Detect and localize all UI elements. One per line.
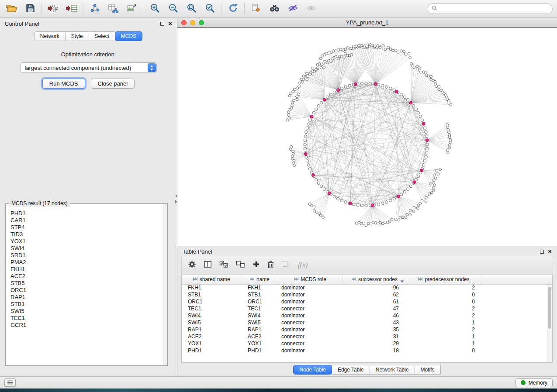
column-header-predecessor-nodes[interactable]: predecessor nodes xyxy=(407,275,481,284)
select-all-rows-button[interactable] xyxy=(219,261,228,269)
network-node[interactable] xyxy=(450,103,452,106)
network-node[interactable] xyxy=(291,155,294,158)
splitter-collapse-handle[interactable] xyxy=(174,194,178,205)
network-node[interactable] xyxy=(409,56,412,59)
network-node[interactable] xyxy=(350,53,353,56)
network-node[interactable] xyxy=(315,108,317,110)
network-node[interactable] xyxy=(377,223,379,225)
network-node[interactable] xyxy=(432,186,435,189)
network-node[interactable] xyxy=(313,210,316,212)
mcds-dominator-node[interactable] xyxy=(397,195,400,198)
clone-network-button[interactable] xyxy=(249,2,263,15)
network-node[interactable] xyxy=(430,191,433,194)
add-row-button[interactable] xyxy=(253,261,260,269)
network-node[interactable] xyxy=(305,131,308,133)
tab-network[interactable]: Network xyxy=(34,31,66,41)
mcds-result-item[interactable]: CAR1 xyxy=(7,217,163,224)
result-list-scrollbar[interactable] xyxy=(163,204,167,365)
network-node[interactable] xyxy=(344,86,347,88)
network-node[interactable] xyxy=(449,139,452,141)
network-node[interactable] xyxy=(439,168,442,171)
network-node[interactable] xyxy=(438,86,440,88)
expand-right-icon[interactable] xyxy=(175,200,177,203)
network-node[interactable] xyxy=(320,185,323,187)
mcds-result-item[interactable]: ACE2 xyxy=(7,273,163,280)
network-node[interactable] xyxy=(290,107,293,109)
criterion-dropdown[interactable]: largest connected component (undirected) xyxy=(21,62,157,73)
merge-tables-button[interactable] xyxy=(106,2,121,15)
table-row[interactable]: SWI5SWI5connector431 xyxy=(182,319,552,326)
network-node[interactable] xyxy=(358,221,360,224)
zoom-in-button[interactable] xyxy=(147,2,162,15)
network-node[interactable] xyxy=(386,221,389,224)
network-node[interactable] xyxy=(403,50,405,53)
network-node[interactable] xyxy=(302,75,305,77)
mcds-result-item[interactable]: SWI4 xyxy=(7,245,163,252)
network-node[interactable] xyxy=(418,66,420,69)
network-node[interactable] xyxy=(425,131,427,133)
network-node[interactable] xyxy=(420,71,422,73)
mcds-dominator-node[interactable] xyxy=(422,122,425,125)
mcds-result-item[interactable]: STB1 xyxy=(7,301,163,308)
table-row[interactable]: SWI4SWI4dominator462 xyxy=(182,312,552,319)
network-node[interactable] xyxy=(328,59,330,62)
network-node[interactable] xyxy=(307,164,310,166)
network-node[interactable] xyxy=(412,210,415,213)
network-node[interactable] xyxy=(355,45,358,48)
new-network-button[interactable] xyxy=(87,2,102,15)
network-node[interactable] xyxy=(394,49,397,52)
network-node[interactable] xyxy=(366,45,368,48)
network-node[interactable] xyxy=(393,197,395,200)
function-builder-button[interactable]: f(x) xyxy=(298,261,308,269)
table-scrollbar-thumb[interactable] xyxy=(548,287,551,329)
network-node[interactable] xyxy=(425,155,427,158)
network-node[interactable] xyxy=(308,168,311,170)
network-node[interactable] xyxy=(413,66,415,69)
network-node[interactable] xyxy=(424,127,426,129)
network-node[interactable] xyxy=(446,149,449,151)
table-row[interactable]: RAP1RAP1dominator352 xyxy=(182,326,552,333)
network-node[interactable] xyxy=(287,114,290,117)
table-scrollbar[interactable] xyxy=(547,285,552,362)
table-row[interactable]: ORC1ORC1dominator610 xyxy=(182,298,552,305)
network-node[interactable] xyxy=(320,66,323,69)
network-node[interactable] xyxy=(389,199,392,202)
network-node[interactable] xyxy=(353,45,355,48)
network-node[interactable] xyxy=(421,199,423,202)
network-node[interactable] xyxy=(348,84,351,87)
network-node[interactable] xyxy=(446,126,449,129)
mcds-dominator-node[interactable] xyxy=(311,174,315,177)
table-row[interactable]: YOX1YOX1connector291 xyxy=(182,340,552,347)
network-node[interactable] xyxy=(368,43,371,46)
mcds-result-item[interactable]: YOX1 xyxy=(7,238,163,245)
network-node[interactable] xyxy=(448,146,451,149)
network-node[interactable] xyxy=(367,222,370,225)
network-node[interactable] xyxy=(343,56,346,58)
network-node[interactable] xyxy=(365,224,367,227)
network-node[interactable] xyxy=(406,188,409,190)
network-node[interactable] xyxy=(392,49,394,52)
tab-network-table[interactable]: Network Table xyxy=(370,365,415,375)
network-node[interactable] xyxy=(430,75,432,78)
tab-select[interactable]: Select xyxy=(89,31,115,41)
network-node[interactable] xyxy=(287,111,290,113)
network-node[interactable] xyxy=(371,44,374,47)
network-node[interactable] xyxy=(403,190,406,193)
network-node[interactable] xyxy=(326,96,329,98)
collapse-left-icon[interactable] xyxy=(175,194,177,198)
network-node[interactable] xyxy=(426,135,428,138)
network-node[interactable] xyxy=(448,144,451,146)
network-node[interactable] xyxy=(370,223,372,225)
network-graph[interactable] xyxy=(177,28,557,246)
network-node[interactable] xyxy=(323,66,325,69)
zoom-selected-button[interactable] xyxy=(202,2,217,15)
network-node[interactable] xyxy=(394,218,397,220)
mcds-result-item[interactable]: SRD1 xyxy=(7,252,163,259)
mcds-result-item[interactable]: TEC1 xyxy=(7,315,163,322)
network-node[interactable] xyxy=(449,141,452,144)
mcds-dominator-node[interactable] xyxy=(413,181,416,184)
network-node[interactable] xyxy=(305,72,308,75)
close-window-button[interactable] xyxy=(181,20,187,25)
network-node[interactable] xyxy=(356,204,359,206)
network-node[interactable] xyxy=(363,46,366,48)
